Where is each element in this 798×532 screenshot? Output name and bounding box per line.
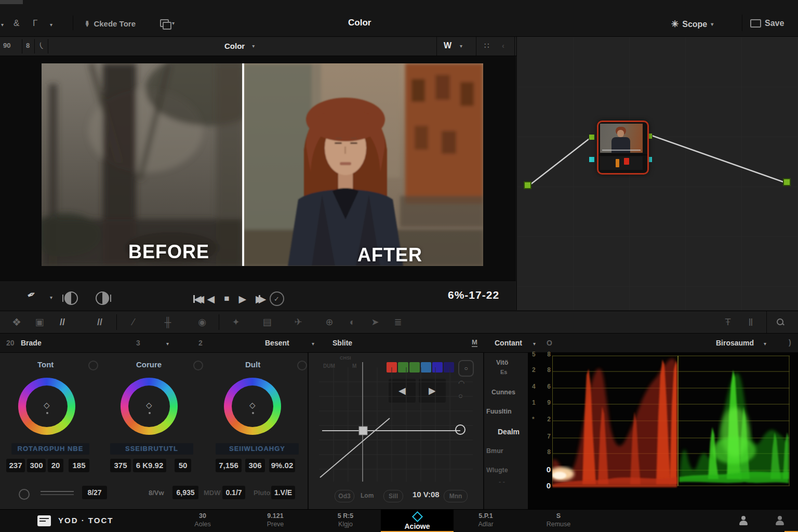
image-wipe-left-button[interactable] [62,291,78,305]
scope-menu-item[interactable]: Bmur [486,447,503,455]
footer-value-c[interactable]: 1.V/E [271,486,295,499]
skip-start-button[interactable]: ◀◀ [193,293,198,305]
viewer-mode-dropdown[interactable]: Color ▾ [224,42,255,50]
slider-line[interactable] [41,491,74,492]
gamma-value[interactable]: 6 K9.92 [133,459,166,472]
project-icon[interactable] [37,515,51,526]
chevron-down-icon[interactable]: ▾ [50,22,52,28]
paren-icon[interactable]: ) [789,338,791,347]
chevron-down-icon[interactable]: ▾ [312,341,314,347]
sizing-tool-icon[interactable]: ▤ [256,316,278,328]
list-tool-icon[interactable]: ≣ [387,316,409,328]
tab-cut[interactable]: 9.121 Preve [255,510,296,532]
node-graph-panel[interactable] [516,37,798,310]
tracker-tool-icon[interactable]: ╫ [156,317,179,328]
custom-curve-graph[interactable] [319,362,473,482]
tab-fairlight[interactable]: 5.P.1 Adlar [465,510,507,532]
stop-button[interactable]: ■ [224,294,229,304]
crescent-icon[interactable]: ( [38,42,43,49]
before-after-image[interactable]: BEFORE AFTER [42,63,483,266]
skip-end-button[interactable]: ▶▶ [256,293,260,305]
scope-menu-item[interactable]: Fuusltin [486,408,512,415]
source-node[interactable] [524,181,531,189]
chevron-down-icon[interactable]: ▾ [50,295,52,300]
loop-check-button[interactable]: ✓ [270,291,284,306]
column-tool-icon[interactable]: Ⅱ [739,316,762,328]
play-reverse-button[interactable]: ◀ [207,293,215,305]
gamma-value[interactable]: 50 [175,459,191,472]
gain-value[interactable]: 7,156 [216,459,242,472]
gamma-value[interactable]: 375 [110,459,131,472]
pages-value[interactable]: 8/27 [82,486,107,499]
scope-menu-item[interactable]: Vitö [496,359,508,366]
wipe-mode-dropdown[interactable]: W ▾ [444,41,462,50]
preset-dropdown[interactable]: Besent [265,339,289,347]
save-button[interactable]: Save [750,19,784,28]
chevron-down-icon[interactable]: ▾ [764,341,766,347]
angle-left-icon[interactable]: ‹ [502,41,504,50]
output-node[interactable] [783,178,791,186]
curves-tool-icon[interactable]: // [51,317,74,328]
qualifier-tool-icon[interactable]: // [88,317,111,328]
wipe-mode-label: W [444,41,451,50]
3d-tool-icon[interactable]: ✈ [287,316,310,328]
lift-value[interactable]: 237 [6,459,25,472]
window-tool-icon[interactable]: ⁄ [122,317,145,328]
slider-line[interactable] [41,494,74,495]
open-fx-tool-icon[interactable]: ⊕ [318,316,341,328]
motion-tool-icon[interactable]: ➤ [364,316,387,328]
blur-tool-icon[interactable]: ◉ [191,316,214,328]
lift-value[interactable]: 20 [48,459,63,472]
chevron-down-icon[interactable]: ▾ [166,341,169,347]
curve-mode-pill-c[interactable]: Mnn [444,490,468,502]
reset-icon[interactable] [88,361,98,370]
badge-90[interactable]: 90 [3,42,10,49]
split-tab[interactable]: Sblite [332,339,352,347]
badge-8[interactable]: 8 [26,42,30,49]
play-button[interactable]: ▶ [238,293,246,305]
scope-menu-item[interactable]: Es [500,369,507,375]
node-key-input-port[interactable] [589,156,595,163]
chevron-down-icon[interactable]: ▾ [533,341,536,347]
lift-value[interactable]: 185 [69,459,89,472]
scope-menu-item[interactable]: Cunnes [491,389,515,396]
gallery-icon[interactable]: & [14,19,19,28]
tab-media[interactable]: 30 Aoles [182,510,223,532]
corrector-node[interactable] [597,121,649,175]
scope-button[interactable]: ✳ Scope ▾ [671,19,713,30]
key-tool-icon[interactable]: ✦ [224,316,247,328]
reset-icon[interactable] [297,361,307,370]
chevron-down-icon[interactable]: ▾ [1,22,4,28]
lift-value[interactable]: 300 [27,459,46,472]
clone-grade-tool-icon[interactable]: ▣ [28,316,51,328]
color-wheels-tool-icon[interactable]: ❖ [5,316,28,328]
reset-icon[interactable] [193,361,203,370]
waveform-scope[interactable]: 58 28 46 19 *2 7 8 0 0 [528,353,798,509]
search-icon[interactable] [776,318,784,326]
cursor-tool-icon[interactable]: ✒ [25,288,38,301]
curve-mode-pill-a[interactable]: Od3 [335,490,354,502]
create-tone-button[interactable]: ✒ Ckede Tore [83,19,136,28]
curve-mode-pill-b[interactable]: Sill [383,490,403,502]
flag-icon[interactable]: Γ [33,19,37,28]
palette-toolbar: ❖ ▣ // // ⁄ ╫ ◉ ✦ ▤ ✈ ⊕ ◐ ➤ ≣ Ŧ Ⅱ [0,311,798,334]
clone-tool[interactable]: ▾ [160,19,175,27]
footer-value-a[interactable]: 6,935 [172,486,198,499]
m-key-icon[interactable]: M [472,338,477,347]
circle-toggle[interactable] [19,489,30,500]
scope-menu-item[interactable]: Wlugte [486,467,508,474]
gain-value[interactable]: 9%.02 [269,459,295,472]
footer-value-b[interactable]: 0.1/7 [222,486,245,499]
scope-menu-item-active[interactable]: Dealm [498,428,520,436]
image-wipe-right-button[interactable] [96,291,111,305]
mask-tool-icon[interactable]: ◐ [341,317,364,328]
scope-type-dropdown[interactable]: Birosaumd [716,339,754,347]
gain-value[interactable]: 306 [245,459,265,472]
dots-grid-icon[interactable]: ∷ [484,42,489,49]
contrast-dropdown[interactable]: Contant [495,339,522,347]
tab-color-active[interactable]: Aciowe [381,510,454,532]
auto-balance-tool-icon[interactable]: Ŧ [716,316,739,328]
tab-deliver[interactable]: S Remuse [538,510,579,532]
tab-edit[interactable]: 5 R:5 Klgjo [325,510,366,532]
node-input-port[interactable] [589,134,595,140]
